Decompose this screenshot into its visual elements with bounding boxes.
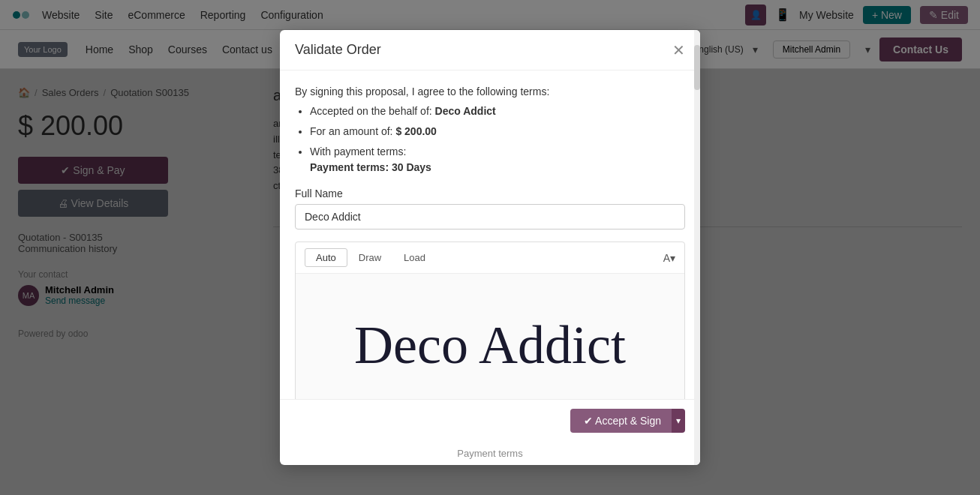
modal-title: Validate Order [295,42,381,58]
validate-order-modal: Validate Order ✕ By signing this proposa… [280,30,700,69]
modal-close-button[interactable]: ✕ [672,43,685,58]
modal-overlay: Validate Order ✕ By signing this proposa… [0,0,980,69]
modal-header: Validate Order ✕ [280,30,700,69]
